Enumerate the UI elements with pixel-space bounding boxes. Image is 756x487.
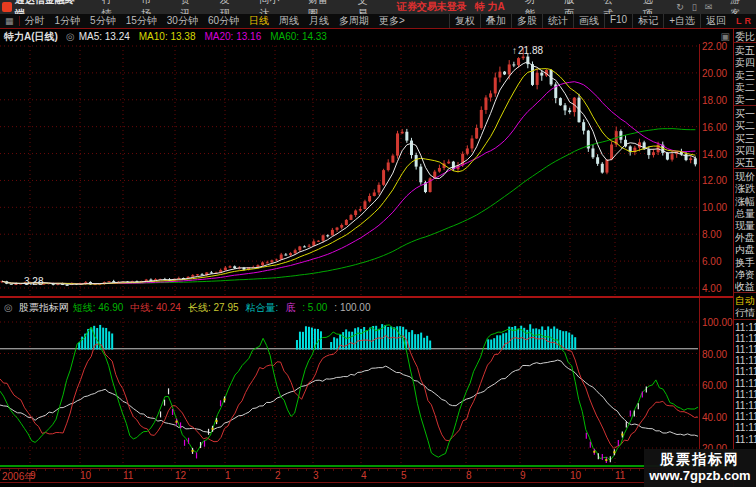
mail-icon[interactable]: ✉ [701, 2, 717, 12]
month-label: 1 [225, 470, 231, 481]
month-label: 9 [520, 470, 526, 481]
login-status[interactable]: 证券交易未登录特 力A [387, 0, 515, 14]
up-arrow-icon: ↑ [512, 45, 517, 56]
tick-time: 11:11 [735, 344, 756, 355]
mobile-icon[interactable]: ▯ [688, 2, 701, 12]
price-axis-label: 18.00 [702, 95, 727, 106]
watermark-title: 股票指标网 [644, 451, 756, 468]
period-tabs: 分时1分钟5分钟15分钟30分钟60分钟日线周线月线多周期更多> [20, 14, 410, 28]
tick-time: 11:11 [735, 378, 756, 389]
tick-time: 11:11 [735, 355, 756, 366]
price-axis-label: 20.00 [702, 68, 727, 79]
peak-annotation: ↑21.88 [512, 45, 543, 56]
layout-icon[interactable]: ▦ [0, 16, 20, 26]
tick-time: 11:11 [735, 422, 756, 433]
toolbar-action[interactable]: F10 [604, 14, 632, 28]
collapse-icon[interactable]: ◎ [62, 31, 79, 42]
indicator-axis-label: 100.00 [702, 317, 733, 328]
sidebar-divider [734, 42, 756, 43]
month-label: 12 [175, 470, 186, 481]
sidebar-divider [734, 319, 756, 320]
indicator-value: 短线: 46.90 [73, 302, 124, 313]
toolbar-action[interactable]: 统计 [542, 14, 573, 28]
period-tab[interactable]: 周线 [274, 14, 304, 28]
month-label: 11 [615, 470, 625, 481]
period-tab[interactable]: 15分钟 [121, 14, 162, 28]
sidebar-divider [734, 168, 756, 169]
tick-time: 11:11 [735, 389, 756, 400]
ma-label: MA20: 13.16 [205, 31, 262, 42]
price-axis-label: 4.00 [702, 283, 721, 294]
indicator-value: : 5.00 [302, 302, 327, 313]
ma-label: MA60: 14.33 [270, 31, 327, 42]
period-tab[interactable]: 更多> [374, 14, 410, 28]
toolbar-action[interactable]: 叠加 [480, 14, 511, 28]
price-axis-label: 22.00 [702, 41, 727, 52]
tick-time: 11:11 [735, 411, 756, 422]
tick-time: 11:11 [735, 333, 756, 344]
watermark: 股票指标网 www.7gpzb.com [644, 449, 756, 487]
period-toolbar: ▦ 分时1分钟5分钟15分钟30分钟60分钟日线周线月线多周期更多> 复权叠加多… [0, 14, 756, 29]
toolbar-action[interactable]: 画线 [573, 14, 604, 28]
period-tab[interactable]: 月线 [304, 14, 334, 28]
login-status-text: 证券交易未登录 [397, 1, 467, 12]
toolbar-action[interactable]: 复权 [449, 14, 480, 28]
price-axis-label: 10.00 [702, 202, 727, 213]
quote-sidebar: 委比卖五卖四卖三卖二卖一买一买二买三买四买五现价涨跌涨幅总量现量外盘内盘换手净资… [733, 28, 756, 487]
ma-values: MA5: 13.24MA10: 13.38MA20: 13.16MA60: 14… [79, 31, 336, 42]
period-tab[interactable]: 日线 [244, 14, 274, 28]
indicator-value: : 100.00 [334, 302, 370, 313]
price-axis-label: 16.00 [702, 122, 727, 133]
low-annotation: ←3.28 [13, 276, 43, 287]
tick-time: 11:11 [735, 366, 756, 377]
refresh-icon[interactable]: ↻ [672, 2, 688, 12]
ma-label: MA5: 13.24 [79, 31, 130, 42]
indicator-axis-label: 60.00 [702, 380, 727, 391]
month-label: 8 [466, 470, 472, 481]
toolbar-action[interactable]: 多股 [511, 14, 542, 28]
indicator-value: 中线: 40.24 [130, 302, 181, 313]
price-axis-label: 8.00 [702, 229, 721, 240]
chart-canvas[interactable] [0, 44, 734, 468]
date-axis: 2006年 910111212345891011 [0, 468, 734, 483]
month-label: 4 [361, 470, 367, 481]
period-tab[interactable]: 1分钟 [50, 14, 86, 28]
period-tab[interactable]: 30分钟 [162, 14, 203, 28]
sidebar-divider [734, 292, 756, 293]
period-tab[interactable]: 60分钟 [203, 14, 244, 28]
toolbar-action[interactable]: +自选 [663, 14, 700, 28]
price-axis-label: 12.00 [702, 175, 727, 186]
panel-divider [0, 296, 734, 298]
chart-title: 特力A(日线) [0, 30, 62, 44]
app-window: 通达信金融终端 行情市场资讯发现问小达财富圈交易 证券交易未登录特 力A 功能版… [0, 0, 756, 487]
indicator-value: 底 [285, 302, 295, 313]
indicator-values: 短线: 46.90中线: 40.24长线: 27.95粘合量:底: 5.00: … [73, 301, 378, 315]
period-tab[interactable]: 5分钟 [85, 14, 121, 28]
month-label: 3 [313, 470, 319, 481]
level2-badge[interactable]: LR [731, 16, 756, 26]
month-label: 10 [80, 470, 91, 481]
tick-time: 11:11 [735, 322, 756, 333]
month-label: 2 [275, 470, 281, 481]
indicator-header: ◎ 股票指标网 短线: 46.90中线: 40.24长线: 27.95粘合量:底… [0, 300, 700, 315]
tick-time: 11:11 [735, 434, 756, 445]
ma-label: MA10: 13.38 [139, 31, 196, 42]
logo-icon [2, 2, 12, 12]
toolbar-actions: 复权叠加多股统计画线F10标记+自选返回 [449, 14, 731, 28]
left-arrow-icon: ← [13, 276, 23, 287]
indicator-value: 粘合量: [246, 302, 279, 313]
toolbar-action[interactable]: 标记 [632, 14, 663, 28]
period-tab[interactable]: 多周期 [334, 14, 374, 28]
indicator-axis-label: 40.00 [702, 412, 727, 423]
toolbar-action[interactable]: 返回 [700, 14, 731, 28]
tick-time: 11:11 [735, 400, 756, 411]
month-label: 5 [401, 470, 407, 481]
indicator-source: 股票指标网 [17, 301, 73, 315]
chart-header: 特力A(日线) ◎ MA5: 13.24MA10: 13.38MA20: 13.… [0, 29, 734, 44]
month-label: 11 [123, 470, 133, 481]
price-axis-label: 14.00 [702, 149, 727, 160]
month-label: 9 [30, 470, 36, 481]
indicator-value: 长线: 27.95 [188, 302, 239, 313]
indicator-collapse-icon[interactable]: ◎ [0, 302, 17, 313]
period-tab[interactable]: 分时 [20, 14, 50, 28]
